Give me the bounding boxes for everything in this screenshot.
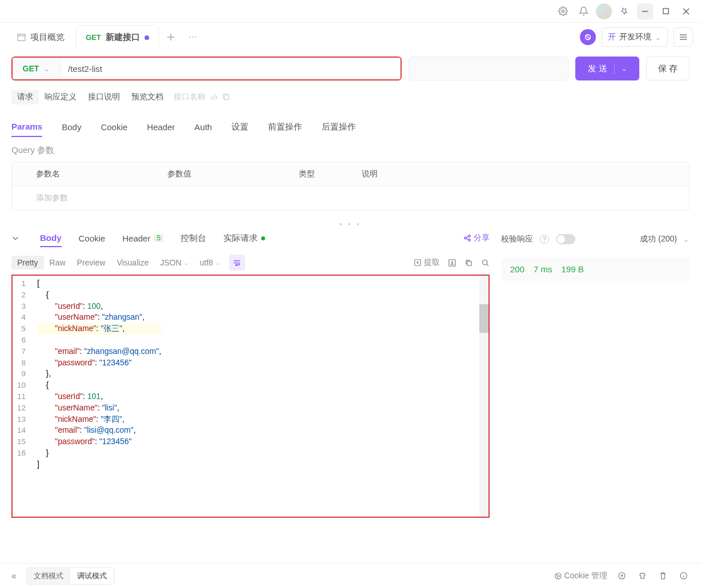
paramtab-cookie[interactable]: Cookie [101, 118, 127, 136]
trash-icon[interactable] [656, 570, 669, 582]
add-param-row[interactable]: 添加参数 [12, 186, 689, 210]
subtab-interface-doc[interactable]: 接口说明 [82, 90, 126, 104]
svg-point-16 [468, 235, 471, 237]
env-tag: 开 [608, 32, 616, 42]
validate-toggle[interactable] [556, 234, 575, 244]
svg-point-28 [482, 260, 487, 264]
apparel-icon[interactable] [636, 570, 648, 582]
notifications-icon[interactable] [575, 3, 591, 19]
share-button[interactable]: 分享 [463, 233, 490, 243]
paramtab-pre-op[interactable]: 前置操作 [268, 117, 302, 137]
paramtab-post-op[interactable]: 后置操作 [322, 117, 356, 137]
copy-button[interactable] [464, 259, 473, 267]
minimize-button[interactable] [637, 3, 653, 19]
paramtab-params[interactable]: Params [11, 117, 42, 137]
download-button[interactable] [448, 259, 456, 267]
expected-response-dropdown[interactable]: 成功 (200) ⌄ [640, 234, 690, 244]
resp-tab-actual-request[interactable]: 实际请求 [223, 229, 265, 247]
svg-point-17 [468, 239, 471, 241]
brand-icon[interactable] [580, 29, 596, 45]
subtab-preview-doc[interactable]: 预览文档 [126, 90, 169, 104]
tab-label: 新建接口 [106, 32, 140, 43]
resp-tab-cookie[interactable]: Cookie [79, 230, 106, 247]
table-header: 参数名 参数值 类型 说明 [12, 162, 689, 186]
pin-icon[interactable] [616, 3, 632, 19]
drag-handle[interactable]: ● ● ● [0, 221, 701, 227]
svg-rect-5 [18, 34, 25, 40]
send-button[interactable]: 发 送 ⌄ [575, 57, 639, 80]
bottom-bar: « 文档模式 调试模式 Cookie 管理 [0, 563, 701, 588]
status-time: 7 ms [534, 264, 552, 274]
param-tabs: Params Body Cookie Header Auth 设置 前置操作 后… [0, 113, 701, 140]
body-view-tabs: Pretty Raw Preview Visualize JSON ⌄ utf8… [11, 252, 490, 273]
share-label: 分享 [474, 233, 490, 243]
more-tabs-button[interactable]: ⋯ [183, 27, 202, 47]
env-label: 开发环境 [619, 32, 651, 42]
tab-label: 项目概览 [30, 32, 65, 43]
resp-tab-header[interactable]: Header 5 [122, 230, 163, 247]
query-params-table: 参数名 参数值 类型 说明 添加参数 [11, 162, 690, 211]
resp-tab-console[interactable]: 控制台 [181, 229, 206, 247]
extract-label: 提取 [424, 257, 440, 268]
api-name-placeholder: 接口名称 [174, 92, 206, 102]
view-tab-raw[interactable]: Raw [44, 256, 71, 269]
paramtab-header[interactable]: Header [147, 118, 175, 136]
format-dropdown[interactable]: JSON ⌄ [154, 256, 194, 269]
window-icon [17, 33, 26, 42]
code-icon[interactable]: ‹/› [210, 92, 218, 102]
svg-rect-14 [225, 95, 229, 100]
svg-point-33 [557, 577, 558, 577]
menu-button[interactable] [674, 27, 693, 47]
mode-segment: 文档模式 调试模式 [26, 567, 115, 585]
upload-icon[interactable] [615, 570, 628, 582]
encoding-dropdown[interactable]: utf8 ⌄ [194, 256, 226, 269]
mode-debug[interactable]: 调试模式 [70, 568, 114, 584]
tab-project-overview[interactable]: 项目概览 [8, 25, 74, 49]
avatar[interactable] [596, 3, 612, 19]
paramtab-auth[interactable]: Auth [194, 118, 212, 136]
copy-icon[interactable] [222, 93, 230, 101]
window-title-bar [0, 0, 701, 23]
view-tab-visualize[interactable]: Visualize [111, 256, 154, 269]
extract-button[interactable]: 提取 [414, 257, 440, 268]
paramtab-body[interactable]: Body [62, 118, 81, 136]
url-extra-panel [408, 57, 568, 80]
save-button[interactable]: 保 存 [646, 57, 690, 80]
col-name: 参数名 [36, 169, 150, 179]
help-icon[interactable]: ? [540, 235, 549, 244]
maximize-button[interactable] [658, 3, 674, 19]
environment-selector[interactable]: 开 开发环境 ⌄ [602, 27, 668, 47]
response-right-panel: 校验响应 ? 成功 (200) ⌄ 200 7 ms 199 B [501, 227, 690, 518]
mode-doc[interactable]: 文档模式 [27, 568, 70, 584]
search-button[interactable] [481, 259, 490, 267]
cookie-mgr-label: Cookie 管理 [564, 571, 607, 581]
response-status: 200 7 ms 199 B [501, 257, 690, 281]
format-label: JSON [160, 258, 181, 267]
info-icon[interactable] [677, 570, 690, 582]
new-tab-button[interactable] [161, 27, 181, 47]
cookie-manager-button[interactable]: Cookie 管理 [554, 571, 607, 581]
tab-active-api[interactable]: GET 新建接口 [76, 25, 159, 49]
resp-tab-body[interactable]: Body [40, 229, 62, 247]
wrap-toggle-button[interactable] [229, 255, 245, 271]
view-tab-preview[interactable]: Preview [71, 256, 111, 269]
chevron-down-icon: ⌄ [43, 64, 50, 73]
collapse-sidebar-button[interactable]: « [11, 571, 17, 581]
paramtab-settings[interactable]: 设置 [231, 117, 249, 137]
url-input[interactable] [61, 58, 400, 79]
scrollbar-thumb[interactable] [479, 304, 488, 333]
view-tab-pretty[interactable]: Pretty [11, 256, 44, 269]
close-button[interactable] [678, 3, 694, 19]
subtab-response-def[interactable]: 响应定义 [39, 90, 82, 104]
header-count-badge: 5 [154, 234, 163, 242]
response-body-code[interactable]: 12345678910111213141516 [ { "userId": 10… [11, 275, 490, 518]
status-size: 199 B [562, 264, 584, 274]
col-desc: 说明 [362, 169, 476, 179]
subtab-request[interactable]: 请求 [11, 90, 39, 104]
http-method-dropdown[interactable]: GET ⌄ [13, 58, 61, 79]
settings-icon[interactable] [555, 3, 571, 19]
validate-response-row: 校验响应 ? 成功 (200) ⌄ [501, 228, 690, 251]
method-badge: GET [86, 33, 101, 42]
unsaved-dot-icon [145, 35, 149, 40]
collapse-response-button[interactable] [11, 234, 23, 242]
